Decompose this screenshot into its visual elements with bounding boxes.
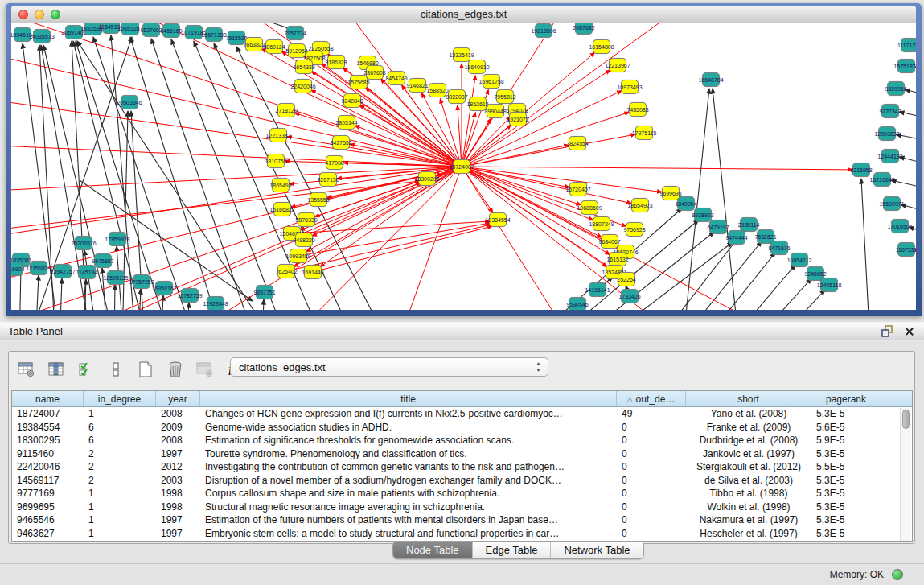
graph-node[interactable]: 1527602 [142,23,160,37]
graph-node[interactable]: 6479197 [709,220,727,234]
graph-node[interactable]: 2718120 [277,103,295,117]
graph-node[interactable]: 8860124 [265,39,283,54]
graph-node[interactable]: 19384554 [489,212,507,227]
graph-node[interactable]: 1145194 [78,265,96,279]
column-header-year[interactable]: year [156,391,200,406]
table-row[interactable]: 2242004622012Investigating the contribut… [12,460,912,474]
cell-year[interactable]: 2009 [156,421,200,435]
cell-title[interactable]: Tourette syndrome. Phenomenology and cla… [200,447,617,461]
cell-year[interactable]: 1997 [156,513,200,527]
column-checklist-button[interactable] [76,360,96,379]
table-row[interactable]: 1872400712008Changes of HCN gene express… [12,407,912,421]
column-header-short[interactable]: short [686,391,811,406]
table-row[interactable]: 911546021997Tourette syndrome. Phenomeno… [12,447,912,461]
graph-node[interactable]: 15720407 [569,182,587,196]
graph-node[interactable]: 1840954 [677,196,695,211]
graph-node[interactable]: 9699695 [662,186,680,200]
cell-year[interactable]: 1997 [156,447,200,461]
row-options-button[interactable] [106,360,125,379]
cell-title[interactable]: Estimation of significance thresholds fo… [200,434,617,447]
tab-network-table[interactable]: Network Table [551,542,643,558]
float-panel-icon[interactable] [881,325,893,337]
column-header-pagerank[interactable]: pagerank [811,391,881,406]
graph-node[interactable]: 1733426 [621,289,639,303]
graph-node[interactable]: 10719185 [185,25,203,39]
cell-in_degree[interactable]: 2 [84,460,156,474]
cell-short[interactable]: Yano et al. (2008) [686,407,811,421]
graph-node[interactable]: 8471676 [770,241,788,255]
cell-title[interactable]: Disruption of a novel member of a sodium… [200,474,617,488]
minimize-window-button[interactable] [35,10,44,19]
graph-node[interactable]: 14196141 [589,282,606,297]
table-row[interactable]: 946554611997Estimation of the future num… [12,513,912,527]
delete-rows-trash-button[interactable] [166,360,185,379]
cell-short[interactable]: de Silva et al. (2003) [686,474,811,488]
cell-name[interactable]: 9115460 [12,447,84,461]
graph-node[interactable]: 19218596 [535,23,552,38]
cell-year[interactable]: 1998 [156,501,200,514]
cell-out_de[interactable]: 0 [617,527,686,541]
graph-node[interactable]: 18300295 [418,171,436,186]
graph-node[interactable]: 13942757 [54,264,72,278]
graph-node[interactable]: 18807249 [593,216,610,231]
cell-title[interactable]: Corpus callosum shape and size in male p… [200,487,617,501]
graph-node[interactable]: 10993489 [290,249,307,263]
cell-in_degree[interactable]: 2 [84,474,156,488]
graph-node[interactable]: 18724007 [453,159,470,174]
cell-name[interactable]: 9463627 [12,527,84,541]
table-row[interactable]: 946362711997Embryonic stem cells: a mode… [12,527,912,541]
close-window-button[interactable] [18,10,28,19]
cell-title[interactable]: Estimation of the future numbers of pati… [200,513,617,527]
graph-node[interactable]: 20206576 [75,236,92,250]
graph-node[interactable]: 9474444 [728,230,745,245]
cell-short[interactable]: Hescheler et al. (1997) [686,527,811,541]
graph-node[interactable]: 12505135 [107,270,125,285]
cell-name[interactable]: 18300295 [12,434,84,447]
graph-node[interactable]: 8215958 [852,163,870,177]
cell-pagerank[interactable]: 5.3E-5 [811,487,881,501]
table-row[interactable]: 1938455462009Genome-wide association stu… [12,421,912,435]
graph-node[interactable]: 2803144 [338,115,355,130]
graph-node[interactable]: 7485083 [629,102,647,117]
cell-pagerank[interactable]: 5.5E-5 [811,460,881,474]
graph-node[interactable]: 12213383 [269,128,287,142]
graph-node[interactable]: 8990448 [487,104,504,118]
cell-short[interactable]: Nakamura et al. (1997) [686,513,811,527]
graph-node[interactable]: 9242848 [343,93,361,108]
select-columns-button[interactable] [47,360,66,379]
graph-node[interactable]: 8938923 [694,208,712,222]
cell-out_de[interactable]: 0 [617,434,686,447]
network-canvas[interactable]: 1894510424035573206914061853535211545105… [11,23,916,310]
cell-short[interactable]: Tibbo et al. (1998) [686,487,811,501]
cell-in_degree[interactable]: 1 [84,513,156,527]
cell-name[interactable]: 14569117 [12,474,84,488]
cell-title[interactable]: Structural magnetic resonance image aver… [200,501,617,514]
graph-node[interactable]: 252254 [618,272,635,286]
graph-node[interactable]: 9498220 [295,233,313,247]
cell-out_de[interactable]: 0 [617,421,686,435]
cell-in_degree[interactable]: 1 [84,407,156,421]
cell-in_degree[interactable]: 2 [84,447,156,461]
graph-node[interactable]: 3824554 [569,136,586,150]
graph-node[interactable]: 8267130 [319,172,337,187]
graph-node[interactable]: 8454749 [388,71,405,85]
cell-name[interactable]: 9465546 [12,513,84,527]
graph-node[interactable]: 12213967 [609,58,626,72]
graph-node[interactable]: 3319904 [11,262,23,276]
graph-node[interactable]: 7955812 [496,89,514,104]
cell-name[interactable]: 19384554 [12,421,84,435]
cell-short[interactable]: Jankovic et al. (1997) [686,447,811,461]
graph-node[interactable]: 1575685 [350,75,368,89]
cell-pagerank[interactable]: 5.9E-5 [811,434,881,447]
graph-node[interactable]: 12444133 [881,149,899,163]
column-header-name[interactable]: name [12,391,84,406]
graph-node[interactable]: 20503346 [121,95,138,109]
cell-name[interactable]: 9699695 [12,501,84,514]
graph-node[interactable]: 22420046 [294,79,312,93]
graph-node[interactable]: 11171234 [901,38,916,52]
cell-year[interactable]: 2012 [156,460,200,474]
table-row[interactable]: 1456911722003Disruption of a novel membe… [12,474,912,488]
close-panel-icon[interactable] [905,327,914,336]
memory-status-indicator[interactable] [892,569,903,580]
graph-node[interactable]: 10653287 [121,23,139,35]
